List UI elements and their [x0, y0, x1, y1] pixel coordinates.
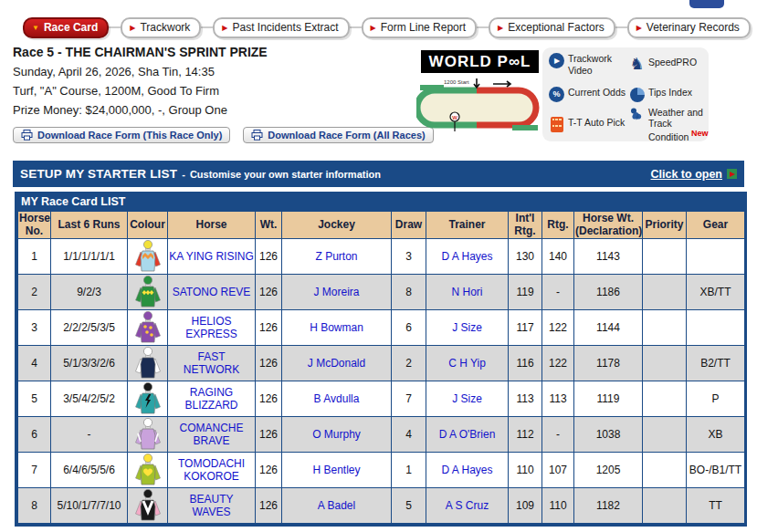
tab-arrow-icon: ▶ — [636, 24, 642, 32]
jockey-link[interactable]: Z Purton — [315, 250, 357, 263]
quick-link-current-odds[interactable]: %Current Odds — [549, 85, 629, 102]
tab-arrow-icon: ▶ — [498, 24, 503, 32]
tab-trackwork[interactable]: ▶Trackwork — [121, 17, 201, 38]
horse-weight: 1182 — [574, 488, 643, 524]
trainer-link[interactable]: D A Hayes — [441, 464, 492, 476]
open-arrow-icon — [727, 169, 737, 179]
jockey-link[interactable]: H Bentley — [312, 464, 360, 476]
weather-icon — [629, 107, 645, 122]
quick-link-weather-and-track-condition[interactable]: Weather and Track Condition New — [629, 105, 711, 142]
draw: 1 — [392, 453, 426, 488]
tab-past-incidents-extract[interactable]: ▶Past Incidents Extract — [213, 17, 349, 38]
tab-label: Race Card — [44, 21, 98, 34]
horse-name-link[interactable]: TOMODACHI KOKOROE — [169, 457, 254, 484]
jockey-silks-icon — [134, 311, 162, 345]
table-title: MY Race Card LIST — [17, 194, 744, 211]
quick-links-panel: ▶Trackwork Video♞SpeedPRO%Current OddsTi… — [542, 47, 709, 141]
weight: 126 — [256, 453, 282, 488]
jockey-link[interactable]: A Badel — [318, 499, 355, 512]
priority — [643, 239, 687, 275]
horse-name-link[interactable]: FAST NETWORK — [169, 350, 254, 377]
race-info: Race 5 - THE CHAIRMAN'S SPRINT PRIZE Sun… — [13, 45, 415, 122]
draw: 5 — [392, 488, 426, 524]
weight: 126 — [256, 239, 282, 275]
col-header-jockey: Jockey — [282, 212, 392, 239]
col-header-draw: Draw — [392, 212, 426, 239]
percent-circle-icon: % — [549, 87, 564, 102]
trainer-link[interactable]: A S Cruz — [446, 499, 489, 512]
gear: P — [687, 381, 745, 417]
trainer-link[interactable]: N Hori — [451, 286, 482, 298]
gear — [687, 310, 745, 346]
horse-weight: 1144 — [574, 310, 643, 346]
priority — [643, 275, 687, 310]
quick-link-tips-index[interactable]: Tips Index — [629, 85, 711, 102]
tab-label: Past Incidents Extract — [233, 21, 339, 34]
jockey-link[interactable]: O Murphy — [312, 428, 361, 441]
col-header-horse-wt-declaration: Horse Wt. (Declaration) — [574, 212, 643, 239]
tab-exceptional-factors[interactable]: ▶Exceptional Factors — [489, 17, 615, 38]
horse-weight: 1119 — [574, 381, 643, 417]
report-tabs: ▼Race Card▶Trackwork▶Past Incidents Extr… — [23, 17, 726, 37]
horse-name-link[interactable]: KA YING RISING — [169, 250, 253, 263]
pie-chart-icon — [630, 88, 645, 102]
top-right-partial-button[interactable] — [689, 0, 724, 8]
horse-name-link: TOMODACHI KOKOROE — [168, 453, 256, 488]
quick-link-t-t-auto-pick[interactable]: T-T Auto Pick — [549, 115, 629, 132]
trainer-link: D A Hayes — [426, 239, 509, 275]
click-to-open-link[interactable]: Click to open — [651, 168, 722, 181]
tab-arrow-icon: ▶ — [371, 24, 376, 32]
horse-weight: 1186 — [574, 275, 643, 310]
last-6-runs: 5/1/3/3/2/6 — [51, 346, 128, 381]
download-this-race-button[interactable]: Download Race Form (This Race Only) — [13, 127, 230, 143]
download-this-race-label: Download Race Form (This Race Only) — [37, 130, 222, 141]
new-badge: New — [689, 129, 708, 138]
draw: 2 — [392, 346, 426, 381]
jockey-silks-icon — [134, 276, 162, 309]
gear: BO-/B1/TT — [687, 453, 745, 488]
download-all-races-button[interactable]: Download Race Form (All Races) — [243, 127, 433, 143]
horse-no: 4 — [18, 346, 51, 381]
calculator-icon — [551, 117, 563, 132]
quick-link-trackwork-video[interactable]: ▶Trackwork Video — [549, 51, 629, 75]
download-all-races-label: Download Race Form (All Races) — [268, 130, 425, 141]
trainer-link[interactable]: D A O'Brien — [439, 428, 496, 441]
intl-rating: 113 — [509, 381, 542, 417]
horse-row-8: 85/10/1/7/7/10 BEAUTY WAVES126A Badel5A … — [18, 488, 745, 524]
track-diagram: 1200 Start W — [416, 77, 540, 142]
horse-name-link[interactable]: HELIOS EXPRESS — [169, 315, 254, 341]
jockey-link[interactable]: H Bowman — [310, 321, 363, 334]
download-buttons: Download Race Form (This Race Only) Down… — [13, 127, 434, 143]
weight: 126 — [256, 310, 282, 346]
weight: 126 — [256, 417, 282, 453]
jockey-link[interactable]: B Avdulla — [314, 392, 360, 405]
trainer-link[interactable]: J Size — [452, 392, 482, 405]
horse-head-icon: ♞ — [629, 57, 644, 72]
horse-no: 2 — [18, 275, 51, 310]
jockey-link[interactable]: J Moreira — [313, 286, 359, 298]
col-header-priority: Priority — [643, 212, 687, 239]
draw: 6 — [392, 310, 426, 346]
horse-name-link[interactable]: COMANCHE BRAVE — [169, 422, 254, 448]
trainer-link[interactable]: C H Yip — [448, 357, 486, 370]
weight: 126 — [256, 275, 282, 310]
last-6-runs: 5/10/1/7/7/10 — [51, 488, 128, 524]
silks — [128, 453, 168, 488]
quick-link-label: Trackwork Video — [568, 53, 629, 75]
trainer-link[interactable]: J Size — [452, 321, 482, 334]
priority — [643, 453, 687, 488]
horse-name-link[interactable]: RAGING BLIZZARD — [169, 386, 254, 412]
jockey-link[interactable]: J McDonald — [308, 357, 365, 370]
horse-name-link[interactable]: BEAUTY WAVES — [169, 493, 254, 519]
quick-link-speedpro[interactable]: ♞SpeedPRO — [629, 55, 711, 72]
jockey-link: A Badel — [282, 488, 392, 524]
tab-race-card[interactable]: ▼Race Card — [23, 17, 109, 38]
rating: 122 — [542, 346, 574, 381]
race-card-table: Horse No.Last 6 RunsColourHorseWt.Jockey… — [17, 211, 745, 524]
tab-arrow-icon: ▶ — [130, 24, 135, 32]
trainer-link[interactable]: D A Hayes — [441, 250, 492, 263]
horse-name-link[interactable]: SATONO REVE — [173, 286, 251, 298]
horse-name-link: RAGING BLIZZARD — [168, 381, 256, 417]
tab-veterinary-records[interactable]: ▶Veterinary Records — [627, 17, 751, 38]
tab-form-line-report[interactable]: ▶Form Line Report — [362, 17, 478, 38]
